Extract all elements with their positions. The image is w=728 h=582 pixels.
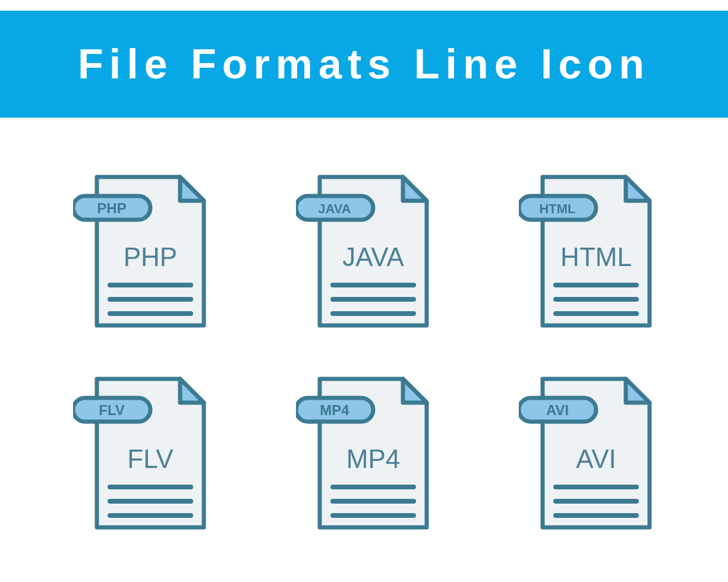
file-label-text: FLV xyxy=(127,444,174,473)
file-tag-text: JAVA xyxy=(318,201,351,216)
file-tag-text: HTML xyxy=(539,201,575,216)
file-icon-flv: FLV FLV xyxy=(71,373,211,533)
file-icon-mp4: MP4 MP4 xyxy=(294,373,434,533)
file-icon-php: PHP PHP xyxy=(71,171,211,331)
file-tag-text: FLV xyxy=(99,402,125,418)
file-tag-text: PHP xyxy=(97,200,126,216)
file-tag-text: AVI xyxy=(546,402,568,418)
header-title: File Formats Line Icon xyxy=(78,40,650,88)
header-banner: File Formats Line Icon xyxy=(0,11,728,118)
file-label-text: PHP xyxy=(123,242,177,271)
file-label-text: AVI xyxy=(576,444,616,473)
file-icon-java: JAVA JAVA xyxy=(294,171,434,331)
file-label-text: HTML xyxy=(560,242,632,271)
file-icon-html: HTML HTML xyxy=(517,171,657,331)
icon-grid: PHP PHP JAVA JAVA HTML HTML xyxy=(0,118,728,569)
file-icon-avi: AVI AVI xyxy=(517,373,657,533)
file-label-text: JAVA xyxy=(342,242,404,271)
file-label-text: MP4 xyxy=(346,444,399,473)
file-tag-text: MP4 xyxy=(320,402,349,418)
